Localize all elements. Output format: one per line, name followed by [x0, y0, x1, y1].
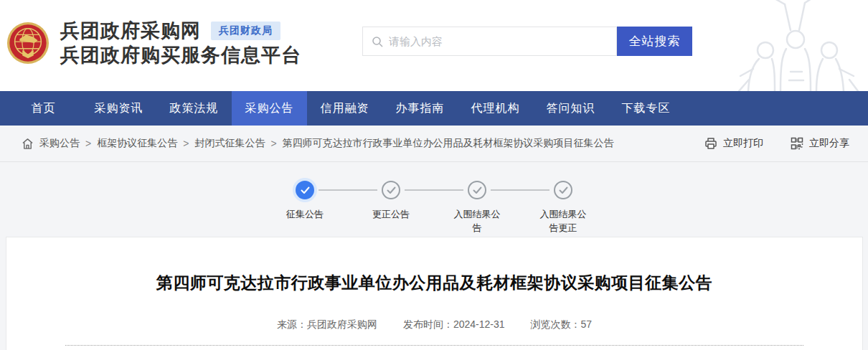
check-icon [554, 181, 572, 199]
site-brand: 兵团政府采购网 兵团财政局 兵团政府购买服务信息平台 [6, 19, 301, 67]
site-search: 全站搜索 [362, 27, 692, 56]
site-subtitle: 兵团政府购买服务信息平台 [60, 43, 301, 67]
nav-item[interactable]: 答问知识 [533, 91, 608, 126]
breadcrumb-item: 第四师可克达拉市行政事业单位办公用品及耗材框架协议采购项目征集公告 [283, 137, 614, 150]
search-box [362, 27, 617, 56]
breadcrumb-item[interactable]: 采购公告 [39, 137, 80, 150]
breadcrumb: 采购公告>框架协议征集公告>封闭式征集公告>第四师可克达拉市行政事业单位办公用品… [22, 137, 704, 150]
step-label: 征集公告 [278, 207, 331, 221]
site-logo-icon [6, 21, 50, 65]
breadcrumb-item[interactable]: 封闭式征集公告 [194, 137, 265, 150]
monument-illustration [725, 0, 868, 91]
progress-step: 入围结果公告更正 [520, 181, 606, 235]
breadcrumb-bar: 采购公告>框架协议征集公告>封闭式征集公告>第四师可克达拉市行政事业单位办公用品… [0, 126, 868, 162]
nav-item[interactable]: 采购资讯 [81, 91, 156, 126]
printer-icon [704, 137, 717, 150]
print-label: 立即打印 [723, 137, 763, 150]
nav-item[interactable]: 首页 [6, 91, 81, 126]
article-title: 第四师可克达拉市行政事业单位办公用品及耗材框架协议采购项目征集公告 [6, 272, 862, 294]
nav-item[interactable]: 政策法规 [156, 91, 232, 126]
meta-views: 浏览次数：57 [531, 318, 593, 331]
org-badge: 兵团财政局 [211, 22, 280, 40]
progress-steps: 征集公告更正公告入围结果公告入围结果公告更正 [0, 181, 868, 235]
site-header: 兵团政府采购网 兵团财政局 兵团政府购买服务信息平台 全站搜索 [0, 0, 868, 91]
article-meta: 来源：兵团政府采购网 发布时间：2024-12-31 浏览次数：57 [6, 318, 862, 331]
breadcrumb-separator: > [85, 138, 91, 149]
step-label: 更正公告 [364, 207, 418, 221]
step-label: 入围结果公告 [450, 207, 504, 235]
brand-text: 兵团政府采购网 兵团财政局 兵团政府购买服务信息平台 [60, 19, 301, 67]
nav-item[interactable]: 代理机构 [458, 91, 533, 126]
step-label: 入围结果公告更正 [537, 207, 590, 235]
share-label: 立即分享 [809, 137, 849, 150]
qrcode-icon [791, 137, 803, 150]
site-title: 兵团政府采购网 [60, 19, 201, 43]
check-icon [468, 181, 486, 199]
divider [65, 345, 803, 346]
breadcrumb-separator: > [183, 138, 189, 149]
nav-item[interactable]: 办事指南 [382, 91, 458, 126]
check-icon [296, 181, 314, 199]
breadcrumb-item[interactable]: 框架协议征集公告 [97, 137, 177, 150]
nav-item[interactable]: 信用融资 [307, 91, 382, 126]
meta-publish-date: 发布时间：2024-12-31 [403, 318, 505, 331]
check-icon [382, 181, 400, 199]
breadcrumb-separator: > [270, 138, 276, 149]
meta-source: 来源：兵团政府采购网 [277, 318, 377, 331]
share-button[interactable]: 立即分享 [791, 137, 849, 150]
page: 兵团政府采购网 兵团财政局 兵团政府购买服务信息平台 全站搜索 首页采购资讯政策… [0, 0, 868, 350]
announcement-card: 第四师可克达拉市行政事业单位办公用品及耗材框架协议采购项目征集公告 来源：兵团政… [6, 237, 863, 350]
search-icon [372, 36, 383, 47]
home-icon [22, 138, 34, 150]
search-input[interactable] [389, 35, 608, 47]
main-nav: 首页采购资讯政策法规采购公告信用融资办事指南代理机构答问知识下载专区 [0, 91, 868, 126]
nav-item[interactable]: 采购公告 [232, 91, 307, 126]
page-actions: 立即打印 立即分享 [704, 137, 849, 150]
search-button[interactable]: 全站搜索 [617, 27, 692, 56]
print-button[interactable]: 立即打印 [704, 137, 763, 150]
nav-item[interactable]: 下载专区 [608, 91, 684, 126]
